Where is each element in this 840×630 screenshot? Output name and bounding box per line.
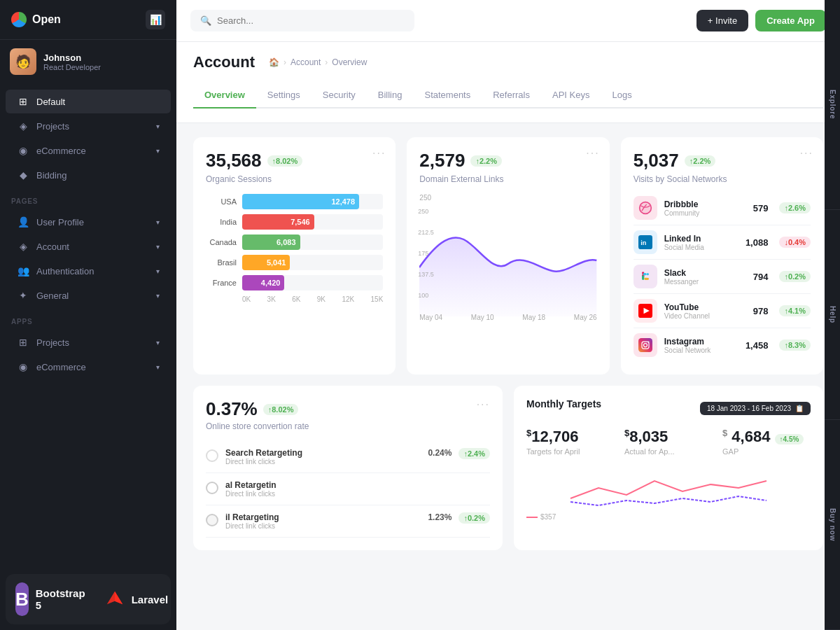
sidebar-item-projects-app[interactable]: ⊞ Projects ▾	[6, 330, 171, 354]
topbar: 🔍 + Invite Create App	[176, 0, 840, 42]
grid-icon: ⊞	[17, 96, 29, 107]
target-april: $12,706 Targets for April	[526, 428, 615, 456]
tab-api-keys[interactable]: API Keys	[541, 83, 601, 108]
sidebar-promo: B Bootstrap 5 Laravel	[6, 574, 171, 624]
svg-point-6	[646, 273, 648, 275]
general-icon: ✦	[17, 290, 29, 301]
social-label: Visits by Social Networks	[634, 174, 811, 184]
tab-referrals[interactable]: Referrals	[482, 83, 541, 108]
sidebar-item-projects[interactable]: ◈ Projects ▾	[6, 114, 171, 138]
apps-section-label: APPS	[0, 308, 176, 330]
tabs: Overview Settings Security Billing State…	[193, 83, 823, 108]
tab-overview[interactable]: Overview	[193, 83, 256, 108]
sidebar-item-ecommerce-app-label: eCommerce	[36, 362, 86, 372]
line-chart-svg	[419, 204, 596, 316]
social-item-youtube: YouTube Video Channel 978 ↑4.1%	[634, 294, 811, 328]
search-box[interactable]: 🔍	[190, 10, 414, 31]
line-chart-y-labels: 250 212.5 175 137.5 100	[418, 208, 434, 299]
sidebar-item-projects-app-label: Projects	[36, 337, 69, 348]
social-item-linkedin: in Linked In Social Media 1,088 ↓0.4%	[634, 225, 811, 260]
monthly-chart	[526, 467, 811, 509]
sidebar-item-default[interactable]: ⊞ Default	[6, 90, 171, 113]
retargeting-item-1: Search Retargeting Direct link clicks 0.…	[206, 441, 490, 473]
breadcrumb: 🏠 › Account › Overview	[269, 57, 367, 67]
bootstrap-logo: B	[15, 582, 29, 616]
sidebar-toggle-btn[interactable]: 📊	[146, 10, 165, 29]
chevron-down-icon: ▾	[156, 339, 160, 346]
sidebar-item-default-label: Default	[36, 97, 65, 107]
social-badge: ↑2.2%	[685, 155, 716, 167]
logo-icon	[11, 12, 27, 27]
conversion-more-btn[interactable]: ···	[477, 398, 490, 411]
monthly-targets-title: Monthly Targets	[526, 398, 601, 410]
invite-button[interactable]: + Invite	[696, 10, 748, 31]
tab-statements[interactable]: Statements	[413, 83, 482, 108]
sidebar-item-user-profile[interactable]: 👤 User Profile ▾	[6, 210, 171, 234]
bar-chart: USA 12,478 India 7,546 Canada	[206, 194, 383, 303]
instagram-icon	[634, 333, 657, 357]
user-icon: 👤	[17, 216, 29, 227]
sidebar-item-account[interactable]: ◈ Account ▾	[6, 234, 171, 258]
app-title: Open	[32, 13, 61, 26]
page-title: Account	[193, 53, 255, 71]
sidebar-item-general[interactable]: ✦ General ▾	[6, 284, 171, 307]
bar-row-india: India 7,546	[206, 214, 383, 230]
sidebar-item-ecommerce[interactable]: ◉ eCommerce ▾	[6, 139, 171, 162]
sidebar-item-authentication[interactable]: 👥 Authentication ▾	[6, 259, 171, 283]
target-gap: $ 4,684 ↑4.5% GAP	[722, 428, 811, 456]
social-list: Dribbble Community 579 ↑2.6% in Linked I…	[634, 191, 811, 362]
bidding-icon: ◆	[17, 169, 29, 181]
social-more-btn[interactable]: ···	[800, 147, 813, 160]
sidebar-item-bidding[interactable]: ◆ Bidding	[6, 163, 171, 187]
help-label[interactable]: Help	[825, 210, 840, 420]
conversion-badge: ↑8.02%	[263, 404, 299, 415]
side-labels: Explore Help Buy now	[825, 0, 840, 630]
slack-icon	[634, 265, 657, 288]
external-links-value: 2,579 ↑2.2%	[419, 150, 596, 172]
tab-settings[interactable]: Settings	[256, 83, 312, 108]
chevron-down-icon: ▾	[156, 122, 160, 130]
create-app-button[interactable]: Create App	[755, 10, 826, 31]
ecommerce-icon: ◉	[17, 145, 29, 156]
laravel-label: Laravel	[132, 594, 169, 606]
tab-logs[interactable]: Logs	[601, 83, 643, 108]
linkedin-icon: in	[634, 230, 657, 254]
chevron-down-icon: ▾	[156, 292, 160, 300]
search-icon: 🔍	[200, 15, 211, 26]
sessions-more-btn[interactable]: ···	[372, 147, 386, 160]
bootstrap-label: Bootstrap 5	[36, 587, 85, 611]
sidebar-item-ecommerce-label: eCommerce	[36, 146, 86, 156]
conversion-card: 0.37% ↑8.02% Online store convertion rat…	[193, 386, 503, 550]
user-role: React Developer	[43, 63, 101, 71]
breadcrumb-account[interactable]: Account	[290, 57, 321, 67]
sessions-badge: ↑8.02%	[267, 155, 303, 167]
user-info: Johnson React Developer	[43, 52, 101, 71]
main-content: 🔍 + Invite Create App Account 🏠 › Accoun…	[176, 0, 840, 630]
buy-now-label[interactable]: Buy now	[825, 420, 840, 630]
explore-label[interactable]: Explore	[825, 0, 840, 210]
tab-security[interactable]: Security	[312, 83, 367, 108]
social-networks-card: ··· 5,037 ↑2.2% Visits by Social Network…	[621, 137, 823, 374]
sidebar-item-user-profile-label: User Profile	[36, 217, 84, 227]
chevron-down-icon: ▾	[156, 147, 160, 155]
conversion-value: 0.37% ↑8.02%	[206, 398, 309, 420]
chevron-down-icon: ▾	[156, 267, 160, 275]
projects-icon: ◈	[17, 120, 29, 132]
page-content: ··· 35,568 ↑8.02% Organic Sessions USA 1…	[176, 123, 840, 630]
search-input[interactable]	[217, 15, 405, 26]
external-links-more-btn[interactable]: ···	[586, 147, 599, 160]
auth-icon: 👥	[17, 265, 29, 276]
svg-rect-9	[642, 275, 644, 279]
page-header-area: Account 🏠 › Account › Overview Overview …	[176, 42, 840, 123]
social-item-instagram: Instagram Social Network 1,458 ↑8.3%	[634, 328, 811, 362]
pages-section-label: PAGES	[0, 188, 176, 209]
user-name: Johnson	[43, 52, 101, 63]
sidebar-nav: ⊞ Default ◈ Projects ▾ ◉ eCommerce ▾ ◆ B…	[0, 83, 176, 568]
svg-point-17	[648, 342, 649, 343]
youtube-icon	[634, 299, 657, 323]
tab-billing[interactable]: Billing	[367, 83, 414, 108]
sidebar-item-ecommerce-app[interactable]: ◉ eCommerce ▾	[6, 355, 171, 379]
dribbble-icon	[634, 196, 657, 220]
targets-row: $12,706 Targets for April $8,035 Actual …	[526, 428, 811, 456]
svg-rect-14	[638, 338, 652, 352]
